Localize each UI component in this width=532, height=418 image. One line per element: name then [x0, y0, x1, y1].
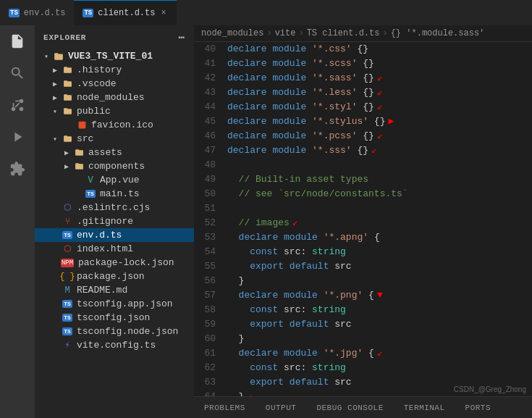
extensions-icon[interactable] [7, 159, 28, 179]
panel-tab-output[interactable]: OUTPUT [256, 397, 307, 419]
sidebar-header: EXPLORER ⋯ [35, 25, 194, 49]
tsconfigapp-spacer: ▶ [49, 300, 61, 309]
assets-folder-icon [72, 148, 85, 157]
vue-icon: V [84, 175, 97, 185]
readme-spacer: ▶ [49, 286, 61, 295]
panel-tab-ports[interactable]: PORTS [455, 397, 502, 419]
ts-icon: TS [83, 9, 93, 17]
tree-item-tsconfig-app[interactable]: ▶ TS tsconfig.app.json [35, 297, 194, 311]
code-line-43: declare module '*.less' {} ↙ [227, 85, 532, 100]
node-modules-label: node_modules [77, 92, 145, 103]
favicon-spacer: ▶ [64, 121, 75, 130]
activity-bar [0, 25, 35, 418]
code-line-41: declare module '*.scss' {} [227, 57, 532, 71]
html-spacer: ▶ [49, 245, 61, 254]
run-icon[interactable] [7, 127, 28, 147]
tree-item-gitignore[interactable]: ▶ ⑂ .gitignore [35, 214, 194, 228]
code-content[interactable]: 4041424344 4546474849 5051525354 5556575… [194, 42, 532, 396]
tsconfig-label: tsconfig.json [77, 312, 150, 323]
readme-icon: M [61, 285, 74, 296]
pkglock-label: package-lock.json [78, 257, 174, 268]
tree-item-pkg-lock[interactable]: ▶ NPM package-lock.json [35, 256, 194, 269]
panel-tab-debug-console[interactable]: DEBUG CONSOLE [306, 397, 393, 419]
code-line-59: export default src [227, 317, 532, 332]
tree-item-vscode[interactable]: ▶ .vscode [35, 77, 194, 91]
eslint-label: .eslintrc.cjs [77, 202, 150, 213]
tab-client-label: client.d.ts [98, 8, 155, 18]
tree-item-assets[interactable]: ▶ assets [35, 146, 194, 159]
panel-tab-terminal[interactable]: TERMINAL [394, 397, 455, 419]
code-line-40: declare module '*.css' {} [227, 42, 532, 57]
tab-env[interactable]: TS env.d.ts [0, 0, 74, 25]
tree-root[interactable]: ▾ VUE3_TS_VITE_01 [35, 49, 194, 63]
line-numbers: 4041424344 4546474849 5051525354 5556575… [194, 42, 224, 396]
git-file-icon: ⑂ [61, 217, 74, 227]
history-label: .history [77, 64, 122, 75]
code-line-54: const src: string [227, 245, 532, 259]
tree-item-tsconfig-node[interactable]: ▶ TS tsconfig.node.json [35, 325, 194, 338]
code-lines: declare module '*.css' {} declare module… [224, 42, 532, 396]
breadcrumb-sep3: › [382, 28, 387, 38]
maints-spacer: ▶ [72, 190, 84, 198]
panel-tabs: PROBLEMS OUTPUT DEBUG CONSOLE TERMINAL P… [194, 396, 532, 418]
tree-item-src[interactable]: ▾ src [35, 132, 194, 146]
git-icon[interactable] [7, 95, 28, 115]
tree-item-pkg-json[interactable]: ▶ { } package.json [35, 269, 194, 283]
tree-item-app-vue[interactable]: ▶ V App.vue [35, 173, 194, 187]
code-area: node_modules › vite › TS client.d.ts › {… [194, 25, 532, 418]
code-scroll[interactable]: 4041424344 4546474849 5051525354 5556575… [194, 42, 532, 396]
code-line-58: const src: string [227, 303, 532, 317]
tree-item-eslint[interactable]: ▶ ⬡ .eslintrc.cjs [35, 201, 194, 214]
tab-close-icon[interactable]: × [159, 7, 167, 20]
viteconfig-label: vite.config.ts [77, 340, 156, 351]
html-icon: ⬡ [61, 243, 74, 254]
tree-item-env-dts[interactable]: ▶ TS env.d.ts [35, 228, 194, 242]
breadcrumb-section: {} '*.module.sass' [391, 28, 485, 38]
tree-item-tsconfig[interactable]: ▶ TS tsconfig.json [35, 311, 194, 325]
components-label: components [88, 161, 145, 172]
gitignore-label: .gitignore [77, 216, 133, 227]
breadcrumb-sep1: › [266, 28, 271, 38]
new-file-icon[interactable]: ⋯ [179, 31, 185, 43]
favicon-label: favicon.ico [91, 120, 153, 130]
tsconfignode-spacer: ▶ [49, 327, 61, 336]
pkgjson-label: package.json [77, 271, 145, 282]
svg-point-2 [20, 107, 24, 112]
assets-arrow: ▶ [61, 149, 72, 157]
tree-item-index-html[interactable]: ▶ ⬡ index.html [35, 242, 194, 256]
code-line-51 [227, 201, 532, 216]
tab-client[interactable]: TS client.d.ts × [74, 0, 176, 25]
search-icon[interactable] [7, 63, 28, 83]
breadcrumb-node-modules: node_modules [201, 28, 263, 38]
vscode-arrow: ▶ [49, 80, 61, 88]
tree-item-vite-config[interactable]: ▶ ⚡ vite.config.ts [35, 338, 194, 352]
tsconfig-icon: TS [61, 314, 74, 322]
svg-point-1 [20, 99, 24, 104]
tsconfignode-icon: TS [61, 327, 74, 335]
main-area: EXPLORER ⋯ ▾ VUE3_TS_VITE_01 ▶ .histor [0, 25, 532, 418]
tree-item-readme[interactable]: ▶ M README.md [35, 283, 194, 297]
components-folder-icon [72, 162, 85, 171]
code-line-53: declare module '*.apng' { [227, 230, 532, 245]
tab-env-label: env.d.ts [24, 8, 66, 18]
breadcrumb-file: TS client.d.ts [307, 28, 380, 38]
public-label: public [77, 106, 111, 117]
appvue-spacer: ▶ [72, 176, 84, 185]
code-line-56: } [227, 274, 532, 288]
root-arrow: ▾ [41, 52, 52, 61]
vite-icon: ⚡ [61, 340, 74, 351]
eslint-icon: ⬡ [61, 202, 74, 213]
tree-item-public[interactable]: ▾ public [35, 104, 194, 118]
node-modules-icon [61, 93, 74, 102]
tree-item-main-ts[interactable]: ▶ TS main.ts [35, 187, 194, 201]
svg-point-0 [12, 107, 16, 112]
code-line-61: declare module '*.jpg' { ↙ [227, 346, 532, 361]
explorer-icon[interactable] [7, 31, 28, 51]
tree-item-components[interactable]: ▶ components [35, 159, 194, 173]
tree-item-node-modules[interactable]: ▶ node_modules [35, 91, 194, 104]
appvue-label: App.vue [100, 175, 140, 185]
public-folder-icon [61, 106, 74, 116]
tree-item-favicon[interactable]: ▶ favicon.ico [35, 118, 194, 132]
tree-item-history[interactable]: ▶ .history [35, 63, 194, 77]
panel-tab-problems[interactable]: PROBLEMS [194, 397, 256, 419]
